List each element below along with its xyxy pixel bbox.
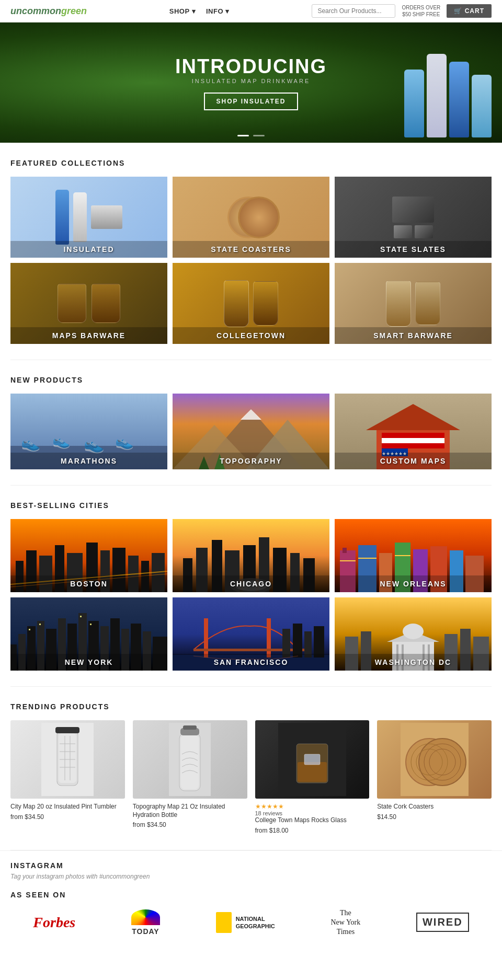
svg-rect-16 [382,433,444,438]
svg-rect-18 [382,443,444,448]
cities-grid-bottom: NEW YORK [10,597,492,671]
svg-rect-112 [55,727,79,733]
collection-state-coasters-label: STATE COASTERS [173,241,329,258]
collection-state-slates[interactable]: STATE SLATES [335,177,492,258]
svg-rect-77 [39,624,41,625]
city-new-orleans-label: NEW ORLEANS [335,575,492,592]
svg-rect-17 [382,438,444,443]
collection-custom-maps-label: CUSTOM MAPS [335,453,492,469]
svg-rect-82 [204,618,208,658]
collection-marathons[interactable]: 👟 👟 👟 👟 MARATHONS [10,394,167,469]
best-selling-cities: BEST-SELLING CITIES [0,486,502,686]
nav-info[interactable]: INFO ▾ [206,7,230,15]
svg-text:👟: 👟 [84,434,105,454]
svg-rect-85 [282,629,290,658]
trending-products: TRENDING PRODUCTS [0,687,502,850]
new-products-title: NEW PRODUCTS [10,376,492,384]
logo-wired[interactable]: WIRED [416,913,469,932]
collection-maps-barware[interactable]: MAPS BARWARE [10,263,167,344]
collection-topography-label: TOPOGRAPHY [173,453,329,469]
search-input[interactable] [312,4,395,18]
logo-nyt[interactable]: TheNew YorkTimes [331,908,361,937]
orders-over-label: ORDERS OVER $50 SHIP FREE [402,4,440,18]
city-chicago[interactable]: CHICAGO [173,519,329,592]
main-nav: SHOP ▾ INFO ▾ [169,7,230,15]
collection-marathons-label: MARATHONS [10,453,167,469]
collection-insulated-label: INSULATED [10,241,167,258]
collection-maps-barware-label: MAPS BARWARE [10,327,167,344]
svg-rect-121 [304,754,320,765]
collection-collegetown-label: COLLEGETOWN [173,327,329,344]
product-rocks-glass-stars: ★★★★★ [255,803,370,810]
header: uncommongreen SHOP ▾ INFO ▾ ORDERS OVER … [0,0,502,22]
city-boston[interactable]: BOSTON [10,519,167,592]
header-right: ORDERS OVER $50 SHIP FREE 🛒 CART [312,4,492,18]
city-new-york-label: NEW YORK [10,654,167,671]
collection-topography[interactable]: TOPOGRAPHY [173,394,329,469]
product-state-cork-coasters-name: State Cork Coasters [377,803,492,811]
hero-dot-2[interactable] [253,135,265,136]
logo-national-geographic[interactable]: NATIONALGEOGRAPHIC [216,912,275,933]
hero-dot-1[interactable] [237,135,249,136]
collections-grid: INSULATED STATE COASTERS STATE SLATES [10,177,492,344]
product-rocks-glass[interactable]: ★★★★★ 18 reviews College Town Maps Rocks… [255,720,370,834]
product-state-cork-coasters-price: $14.50 [377,813,492,821]
svg-rect-84 [193,649,309,651]
city-boston-label: BOSTON [10,575,167,592]
new-products-grid: 👟 👟 👟 👟 MARATHONS [10,394,492,469]
logo-today[interactable]: TODAY [131,909,160,936]
city-san-francisco-label: SAN FRANCISCO [173,654,329,671]
city-washington-dc-label: WASHINGTON DC [335,654,492,671]
product-topography-bottle-name: Topography Map 21 Oz Insulated Hydration… [133,803,247,819]
city-new-york[interactable]: NEW YORK [10,597,167,671]
product-city-map-tumbler[interactable]: City Map 20 oz Insulated Pint Tumbler fr… [10,720,125,834]
cart-button[interactable]: 🛒 CART [447,4,492,18]
hero-dots [237,135,265,136]
product-rocks-glass-price: from $18.00 [255,827,370,834]
hero-banner: INTRODUCING INSULATED MAP DRINKWARE SHOP… [0,22,502,143]
collection-smart-barware[interactable]: SMART BARWARE [335,263,492,344]
svg-rect-76 [29,629,30,630]
logo-forbes[interactable]: Forbes [33,914,75,931]
seen-on-title: AS SEEN ON [10,891,492,899]
svg-point-92 [403,624,424,639]
product-city-map-tumbler-name: City Map 20 oz Insulated Pint Tumbler [10,803,125,811]
collection-insulated[interactable]: INSULATED [10,177,167,258]
product-state-cork-coasters[interactable]: State Cork Coasters $14.50 [377,720,492,834]
collection-collegetown[interactable]: COLLEGETOWN [173,263,329,344]
hero-title: INTRODUCING [175,55,327,78]
featured-collections: FEATURED COLLECTIONS INSULATED STATE COA… [0,143,502,360]
logo[interactable]: uncommongreen [10,6,87,17]
svg-text:👟: 👟 [52,432,71,449]
cities-grid-top: BOSTON [10,519,492,592]
instagram-section: INSTAGRAM Tag your instagram photos with… [0,850,502,948]
nav-shop[interactable]: SHOP ▾ [169,7,196,15]
best-selling-cities-title: BEST-SELLING CITIES [10,501,492,510]
city-san-francisco[interactable]: SAN FRANCISCO [173,597,329,671]
hero-subtitle: INSULATED MAP DRINKWARE [175,78,327,84]
collection-state-slates-label: STATE SLATES [335,241,492,258]
city-chicago-label: CHICAGO [173,575,329,592]
svg-rect-117 [183,725,197,730]
collection-custom-maps[interactable]: ★★★★★★ CUSTOM MAPS [335,394,492,469]
svg-rect-83 [267,618,271,658]
collection-state-coasters[interactable]: STATE COASTERS [173,177,329,258]
svg-rect-115 [181,735,199,789]
instagram-subtitle: Tag your instagram photos with #uncommon… [10,873,492,880]
seen-on-logos: Forbes TODAY NATIONALGEOGRAPHIC TheNew Y… [10,908,492,937]
svg-text:👟: 👟 [115,433,134,451]
instagram-title: INSTAGRAM [10,861,492,870]
trending-products-title: TRENDING PRODUCTS [10,702,492,711]
svg-rect-88 [314,626,324,658]
svg-rect-49 [343,548,347,553]
svg-text:👟: 👟 [21,434,41,453]
city-washington-dc[interactable]: WASHINGTON DC [335,597,492,671]
city-new-orleans[interactable]: NEW ORLEANS [335,519,492,592]
product-topography-bottle[interactable]: Topography Map 21 Oz Insulated Hydration… [133,720,247,834]
hero-cta-button[interactable]: SHOP INSULATED [204,93,299,110]
svg-rect-79 [90,624,92,625]
collection-smart-barware-label: SMART BARWARE [335,327,492,344]
product-topography-bottle-price: from $34.50 [133,821,247,828]
product-city-map-tumbler-price: from $34.50 [10,813,125,821]
trending-grid: City Map 20 oz Insulated Pint Tumbler fr… [10,720,492,834]
